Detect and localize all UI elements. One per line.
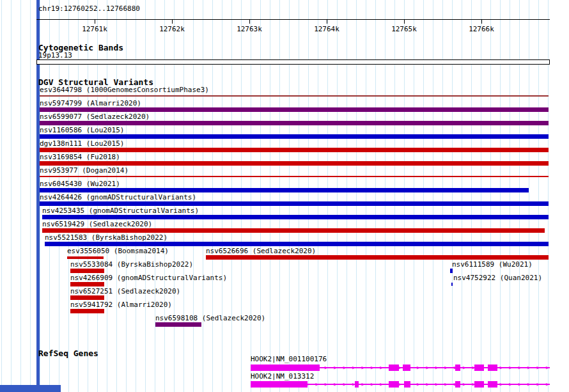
gene-exon[interactable] xyxy=(455,365,460,371)
variant-label: nsv6527251 (Sedlazeck2020) xyxy=(70,288,180,295)
variant-bar[interactable] xyxy=(40,188,529,192)
ruler-tick-label: 12765k xyxy=(385,25,423,33)
variant-label: nsv6519429 (Sedlazeck2020) xyxy=(42,221,152,228)
ruler-tick xyxy=(327,19,327,24)
variant-label: nsv5974799 (Almarri2020) xyxy=(40,100,141,107)
variant-bar[interactable] xyxy=(70,269,104,273)
variant-bar[interactable] xyxy=(67,256,104,259)
gene-exon[interactable] xyxy=(474,381,484,388)
variant-bar[interactable] xyxy=(45,242,549,246)
variant-label: nsv5533084 (ByrskaBishop2022) xyxy=(70,261,193,269)
gene-exon[interactable] xyxy=(251,365,320,371)
variant-label: nsv5521583 (ByrskaBishop2022) xyxy=(45,234,168,242)
variant-bar[interactable] xyxy=(70,295,104,300)
variant-bar[interactable] xyxy=(40,176,549,177)
bottom-left-blue-bar[interactable] xyxy=(0,385,61,392)
cytoband-rect[interactable] xyxy=(36,59,550,65)
variant-bar[interactable] xyxy=(40,95,549,97)
variant-bar[interactable] xyxy=(70,282,104,286)
gene-label: HOOK2|NM_013312 xyxy=(251,373,314,380)
variant-label: nsv4253435 (gnomADStructuralVariants) xyxy=(42,207,199,215)
variant-bar[interactable] xyxy=(450,269,453,273)
variant-label: nsv4752922 (Quan2021) xyxy=(453,274,542,282)
variant-label: nsv6045430 (Wu2021) xyxy=(40,180,120,188)
ruler-tick-label: 12763k xyxy=(230,25,269,33)
cytoband-name: 19p13.13 xyxy=(38,51,72,59)
variant-label: nsv6111589 (Wu2021) xyxy=(452,261,533,269)
variant-label: nsv5941792 (Almarri2020) xyxy=(70,301,172,309)
ruler-tick xyxy=(404,19,405,24)
variant-label: nsv6526696 (Sedlazeck2020) xyxy=(206,247,316,255)
refseq-section-title: RefSeq Genes xyxy=(38,349,98,358)
variant-bar[interactable] xyxy=(40,148,549,152)
variant-bar[interactable] xyxy=(40,161,549,166)
ruler-tick xyxy=(481,19,482,24)
variant-label: nsv4264426 (gnomADStructuralVariants) xyxy=(40,194,196,201)
gene-exon[interactable] xyxy=(474,365,484,371)
ruler-tick xyxy=(95,19,95,24)
genome-browser-view: chr19:12760252..12766880 12761k12762k127… xyxy=(0,0,569,392)
gene-exon[interactable] xyxy=(389,365,399,371)
ruler-tick-label: 12766k xyxy=(462,25,501,33)
ruler-tick-label: 12762k xyxy=(153,25,191,33)
ruler-tick xyxy=(249,19,250,24)
variant-bar[interactable] xyxy=(42,228,545,233)
variant-label: nsv6599077 (Sedlazeck2020) xyxy=(40,113,150,121)
variant-bar[interactable] xyxy=(155,322,201,327)
gene-exon[interactable] xyxy=(355,381,359,388)
gene-exon[interactable] xyxy=(488,365,497,371)
gene-label: HOOK2|NM_001100176 xyxy=(251,356,327,363)
variant-bar[interactable] xyxy=(40,201,549,206)
variant-label: esv3556050 (Boomsma2014) xyxy=(67,247,169,255)
variant-label: nsv953977 (Dogan2014) xyxy=(40,167,129,175)
variant-bar[interactable] xyxy=(42,215,549,219)
variant-bar[interactable] xyxy=(206,255,549,260)
variant-label: nsv3169854 (Fu2018) xyxy=(40,153,120,161)
gene-exon[interactable] xyxy=(251,381,308,388)
gene-exon[interactable] xyxy=(404,381,410,388)
ruler-tick-label: 12761k xyxy=(75,25,114,33)
variant-label: nsv1160586 (Lou2015) xyxy=(40,127,124,134)
variant-label: dgv138n111 (Lou2015) xyxy=(40,140,124,148)
gene-exon[interactable] xyxy=(455,381,460,388)
variant-bar[interactable] xyxy=(70,309,104,313)
variant-bar[interactable] xyxy=(451,283,453,286)
gene-exon[interactable] xyxy=(403,365,410,371)
variant-bar[interactable] xyxy=(40,121,549,125)
variant-bar[interactable] xyxy=(40,134,549,139)
base-position-ruler[interactable] xyxy=(36,19,550,20)
variant-label: esv3644798 (1000GenomesConsortiumPhase3) xyxy=(40,86,209,94)
variant-bar[interactable] xyxy=(40,107,549,112)
ruler-tick-label: 12764k xyxy=(308,25,346,33)
gene-exon[interactable] xyxy=(488,381,497,388)
variant-label: nsv6598108 (Sedlazeck2020) xyxy=(155,315,265,322)
ruler-tick xyxy=(172,19,173,24)
gene-exon[interactable] xyxy=(389,381,399,388)
position-range-label: chr19:12760252..12766880 xyxy=(38,4,140,13)
variant-label: nsv4266909 (gnomADStructuralVariants) xyxy=(70,274,227,282)
